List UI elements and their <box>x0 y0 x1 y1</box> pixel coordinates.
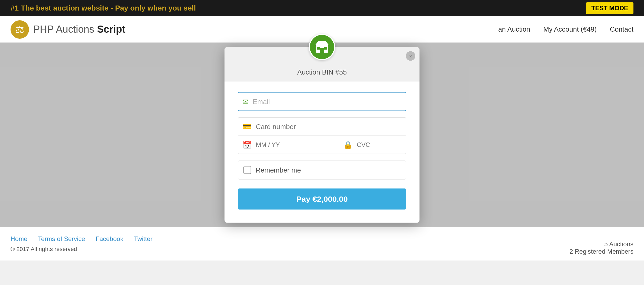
card-input-section: 💳 📅 🔒 <box>238 117 406 154</box>
footer-links: Home Terms of Service Facebook Twitter <box>11 235 633 243</box>
footer-stats: 5 Auctions 2 Registered Members <box>569 240 633 255</box>
card-expiry-input[interactable] <box>256 141 335 149</box>
card-row-bottom: 📅 🔒 <box>238 136 406 154</box>
card-cvc-group[interactable]: 🔒 <box>339 136 406 154</box>
lock-icon: 🔒 <box>343 140 353 149</box>
site-logo[interactable]: ⚖ PHP Auctions Script <box>11 20 498 39</box>
top-banner: #1 The best auction website - Pay only w… <box>0 0 644 16</box>
nav-link-contact[interactable]: Contact <box>610 25 633 33</box>
footer-stat-members: 2 Registered Members <box>569 248 633 255</box>
modal-header: Auction BIN #55 × <box>225 47 419 82</box>
footer-link-twitter[interactable]: Twitter <box>134 235 153 243</box>
modal-body: ✉ 💳 📅 🔒 <box>225 82 419 210</box>
pay-button[interactable]: Pay €2,000.00 <box>238 189 406 210</box>
banner-number: #1 <box>11 4 19 12</box>
footer-link-facebook[interactable]: Facebook <box>96 235 123 243</box>
modal-title: Auction BIN #55 <box>297 68 347 76</box>
nav-link-auction[interactable]: an Auction <box>498 25 530 33</box>
svg-rect-4 <box>317 47 320 50</box>
svg-text:⚖: ⚖ <box>15 24 24 35</box>
card-number-input[interactable] <box>256 123 402 131</box>
nav-link-account[interactable]: My Account (€49) <box>543 25 597 33</box>
nav-links: an Auction My Account (€49) Contact <box>498 25 633 33</box>
banner-text: #1 The best auction website - Pay only w… <box>11 4 196 12</box>
modal-close-button[interactable]: × <box>406 51 415 61</box>
remember-me-row[interactable]: Remember me <box>238 161 406 180</box>
calendar-icon: 📅 <box>242 140 252 149</box>
email-icon: ✉ <box>242 97 248 106</box>
card-number-row[interactable]: 💳 <box>238 118 406 136</box>
card-expiry-group[interactable]: 📅 <box>238 136 339 154</box>
remember-me-checkbox[interactable] <box>243 166 251 174</box>
payment-modal: Auction BIN #55 × ✉ 💳 <box>225 47 419 223</box>
logo-text: PHP Auctions Script <box>33 24 125 35</box>
email-input-group[interactable]: ✉ <box>238 92 406 111</box>
card-cvc-input[interactable] <box>357 141 406 149</box>
card-icon: 💳 <box>242 122 252 131</box>
footer: Home Terms of Service Facebook Twitter ©… <box>0 227 644 261</box>
modal-store-icon <box>309 34 335 60</box>
svg-rect-5 <box>324 47 327 50</box>
banner-message: The best auction website - Pay only when… <box>19 4 196 12</box>
footer-link-home[interactable]: Home <box>11 235 27 243</box>
email-input[interactable] <box>253 97 402 106</box>
footer-copyright: © 2017 All rights reserved <box>11 246 633 253</box>
footer-link-tos[interactable]: Terms of Service <box>38 235 85 243</box>
payment-modal-wrapper: Auction BIN #55 × ✉ 💳 <box>225 47 419 223</box>
remember-me-label: Remember me <box>256 166 301 174</box>
svg-rect-3 <box>320 48 324 53</box>
logo-icon: ⚖ <box>11 20 29 39</box>
test-mode-badge: TEST MODE <box>586 2 633 14</box>
footer-stat-auctions: 5 Auctions <box>569 240 633 248</box>
main-content: S...d You're Buying Tripple Carri... Cho… <box>0 43 644 227</box>
